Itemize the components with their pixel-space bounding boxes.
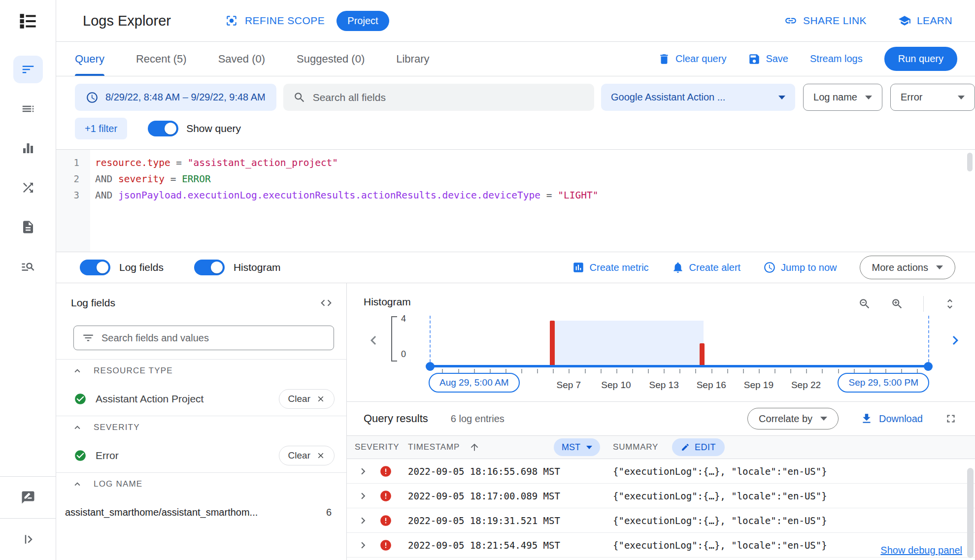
histogram-bar[interactable] <box>700 343 705 366</box>
range-end-chip[interactable]: Sep 29, 5:00 PM <box>838 373 929 393</box>
more-actions-button[interactable]: More actions <box>860 256 956 279</box>
cloud-logging-logo[interactable] <box>0 0 56 42</box>
log-name-dropdown-label: Log name <box>813 92 857 103</box>
range-start-chip[interactable]: Aug 29, 5:00 AM <box>429 373 520 393</box>
jump-to-now-button[interactable]: Jump to now <box>763 261 837 274</box>
log-fields-search[interactable] <box>73 326 334 350</box>
edit-summary-button[interactable]: EDIT <box>672 438 725 456</box>
log-summary: {"executionLog":{…}, "locale":"en-US"} <box>613 466 827 477</box>
document-icon <box>21 220 35 234</box>
log-field-item[interactable]: Assistant Action ProjectClear <box>56 382 346 416</box>
histogram-plot[interactable] <box>430 321 928 366</box>
create-alert-button[interactable]: Create alert <box>672 261 741 274</box>
section-header-resource-type[interactable]: RESOURCE TYPE <box>56 360 346 382</box>
timezone-label: MST <box>562 442 580 453</box>
expand-nav-button[interactable] <box>0 519 56 560</box>
show-debug-panel-link[interactable]: Show debug panel <box>875 545 962 556</box>
clear-filter-button[interactable]: Clear <box>279 389 335 409</box>
log-fields-search-input[interactable] <box>101 332 326 344</box>
unfold-more-icon[interactable] <box>943 297 956 310</box>
nav-logs-router[interactable] <box>13 174 43 201</box>
tab-library[interactable]: Library <box>396 42 429 76</box>
stream-logs-button[interactable]: Stream logs <box>810 53 863 65</box>
expand-row-icon[interactable] <box>357 539 370 552</box>
time-axis[interactable] <box>430 365 928 367</box>
histogram-prev-button[interactable] <box>365 331 382 351</box>
log-entry-row[interactable]: 2022-09-05 18:17:00.089 MST{"executionLo… <box>347 484 975 508</box>
section-header-severity[interactable]: SEVERITY <box>56 416 346 439</box>
column-timestamp[interactable]: TIMESTAMP <box>408 442 460 452</box>
refine-scope-button[interactable]: REFINE SCOPE <box>225 14 325 27</box>
log-entry-row[interactable]: 2022-09-05 18:19:31.521 MST{"executionLo… <box>347 508 975 533</box>
time-range-filter[interactable]: 8/29/22, 8:48 AM – 9/29/22, 9:48 AM <box>75 84 276 111</box>
query-line[interactable]: AND jsonPayload.executionLog.executionRe… <box>95 187 975 203</box>
show-query-toggle[interactable] <box>148 121 178 136</box>
tab-actions: Clear query Save Stream logs Run query <box>658 47 957 71</box>
expand-row-icon[interactable] <box>357 514 370 527</box>
edit-label: EDIT <box>695 442 716 453</box>
axis-tick <box>585 369 586 373</box>
tab-saved[interactable]: Saved (0) <box>218 42 265 76</box>
axis-tick <box>537 369 538 373</box>
zoom-out-icon[interactable] <box>858 297 871 310</box>
create-metric-button[interactable]: Create metric <box>572 261 649 274</box>
line-number: 2 <box>56 171 90 187</box>
query-line[interactable]: resource.type = "assistant_action_projec… <box>95 155 975 171</box>
severity-dropdown[interactable]: Error <box>890 84 975 111</box>
editor-code[interactable]: resource.type = "assistant_action_projec… <box>90 150 975 252</box>
editor-scrollbar[interactable] <box>967 153 973 171</box>
share-link-button[interactable]: SHARE LINK <box>784 14 867 27</box>
query-editor[interactable]: 123 resource.type = "assistant_action_pr… <box>56 149 975 252</box>
learn-button[interactable]: LEARN <box>898 14 952 27</box>
resource-type-dropdown[interactable]: Google Assistant Action ... <box>601 84 795 111</box>
sort-ascending-icon[interactable] <box>469 442 480 453</box>
create-alert-icon <box>672 261 684 274</box>
column-severity[interactable]: SEVERITY <box>355 442 399 452</box>
nav-logs-storage[interactable] <box>13 213 43 241</box>
clear-filter-button[interactable]: Clear <box>279 446 335 465</box>
chevron-up-icon <box>72 422 83 433</box>
error-icon <box>379 490 392 502</box>
feedback-button[interactable] <box>0 477 56 518</box>
chevron-up-icon <box>72 479 83 490</box>
histogram-toggle[interactable] <box>194 260 225 275</box>
log-field-item[interactable]: assistant_smarthome/assistant_smarthom..… <box>56 495 346 529</box>
project-scope-badge[interactable]: Project <box>336 11 389 31</box>
expand-row-icon[interactable] <box>357 490 370 502</box>
log-fields-toggle[interactable] <box>80 260 110 275</box>
axis-tick <box>806 369 807 373</box>
histogram-next-button[interactable] <box>946 331 964 351</box>
log-entry-row[interactable]: 2022-09-05 18:16:55.698 MST{"executionLo… <box>347 459 975 484</box>
nav-logs-metrics[interactable] <box>13 134 43 162</box>
histogram-selection[interactable] <box>551 321 704 366</box>
search-all-input[interactable] <box>313 92 584 103</box>
fullscreen-button[interactable] <box>944 412 957 425</box>
histogram-toggle-label: Histogram <box>234 262 281 273</box>
zoom-in-icon[interactable] <box>891 297 904 310</box>
save-button[interactable]: Save <box>748 53 788 66</box>
chevron-right-icon <box>357 465 370 478</box>
log-name-dropdown[interactable]: Log name <box>803 84 882 111</box>
expand-row-icon[interactable] <box>357 465 370 478</box>
correlate-by-dropdown[interactable]: Correlate by <box>747 408 839 429</box>
clear-query-button[interactable]: Clear query <box>658 53 726 66</box>
expand-panel-icon <box>21 532 35 547</box>
run-query-button[interactable]: Run query <box>884 47 957 71</box>
tab-suggested[interactable]: Suggested (0) <box>297 42 365 76</box>
nav-log-scopes[interactable] <box>13 253 43 280</box>
query-line[interactable]: AND severity = ERROR <box>95 171 975 187</box>
search-all-fields[interactable] <box>283 84 594 111</box>
code-icon[interactable] <box>320 296 333 309</box>
add-filter-chip[interactable]: +1 filter <box>75 118 127 139</box>
timezone-chip[interactable]: MST <box>554 438 600 456</box>
create-alert-label: Create alert <box>689 262 741 273</box>
histogram-bar[interactable] <box>550 321 555 366</box>
tab-recent[interactable]: Recent (5) <box>136 42 187 76</box>
log-field-item[interactable]: ErrorClear <box>56 439 346 472</box>
nav-log-analytics[interactable] <box>13 95 43 123</box>
download-button[interactable]: Download <box>860 412 923 425</box>
results-scrollbar[interactable] <box>967 468 974 558</box>
nav-logs-explorer[interactable] <box>13 56 43 83</box>
section-header-log-name[interactable]: LOG NAME <box>56 473 346 495</box>
tab-query[interactable]: Query <box>75 42 104 76</box>
